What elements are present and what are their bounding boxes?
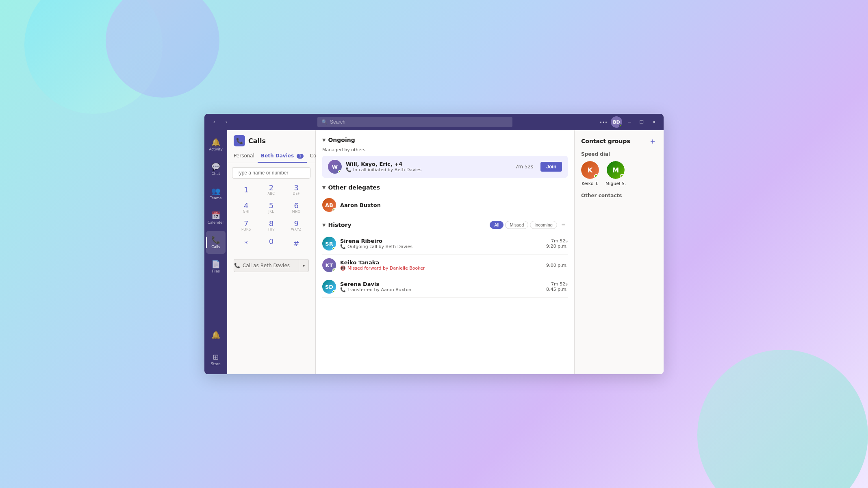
history-meta-serena: 7m 52s 8:45 p.m. bbox=[546, 281, 568, 292]
app-body: 🔔 Activity 💬 Chat 👥 Teams 📅 Calender 📞 C… bbox=[204, 130, 664, 374]
delegate-avatar-aaron: AB bbox=[322, 198, 336, 212]
history-info-serena: Serena Davis 📞 Transferred by Aaron Buxt… bbox=[340, 281, 542, 292]
sidebar-item-calls[interactable]: 📞 Calls bbox=[206, 231, 226, 254]
history-item-serena[interactable]: SD Serena Davis 📞 Transferred by Aaron B… bbox=[322, 276, 568, 298]
history-item-sirena[interactable]: SR Sirena Ribeiro 📞 Outgoing call by Bet… bbox=[322, 233, 568, 255]
serena-presence-dot bbox=[332, 290, 336, 294]
files-icon: 📄 bbox=[211, 261, 220, 268]
search-input[interactable] bbox=[330, 119, 508, 125]
tab-beth-badge: 1 bbox=[297, 154, 303, 159]
history-sub-sirena: 📞 Outgoing call by Beth Davies bbox=[340, 244, 542, 249]
join-button[interactable]: Join bbox=[540, 162, 562, 172]
sidebar-label-calls: Calls bbox=[211, 245, 220, 249]
call-as-button[interactable]: 📞 Call as Beth Davies ▾ bbox=[234, 259, 309, 272]
contact-groups-header: Contact groups + bbox=[581, 137, 657, 146]
dial-key-star[interactable]: * bbox=[234, 235, 259, 253]
ongoing-title: Ongoing bbox=[328, 137, 355, 143]
speed-dial-grid: K Keiko T. M Miguel S. bbox=[581, 161, 657, 186]
sd-avatar-miguel: M bbox=[607, 161, 625, 179]
history-avatar-serena: SD bbox=[322, 280, 336, 294]
tab-beth-label: Beth Davies bbox=[261, 153, 294, 159]
dial-key-4[interactable]: 4GHI bbox=[234, 199, 259, 217]
history-meta-sirena: 7m 52s 9:20 p.m. bbox=[546, 238, 568, 249]
filter-options-icon[interactable]: ≡ bbox=[559, 221, 568, 229]
activity-icon: 🔔 bbox=[211, 139, 220, 146]
sidebar-item-store[interactable]: ⊞ Store bbox=[206, 348, 226, 371]
filter-all[interactable]: All bbox=[490, 221, 503, 229]
sidebar-item-activity[interactable]: 🔔 Activity bbox=[206, 133, 226, 156]
filter-incoming[interactable]: Incoming bbox=[530, 221, 557, 229]
avatar[interactable]: BD bbox=[611, 116, 622, 128]
calls-header-title: Calls bbox=[248, 137, 266, 145]
ongoing-section-header: ▼ Ongoing bbox=[322, 137, 568, 143]
delegate-name-aaron: Aaron Buxton bbox=[340, 202, 381, 208]
forward-button[interactable]: › bbox=[221, 117, 231, 127]
sidebar-label-chat: Chat bbox=[211, 172, 220, 176]
dial-key-7[interactable]: 7PQRS bbox=[234, 217, 259, 235]
dial-key-2[interactable]: 2ABC bbox=[259, 181, 284, 199]
sd-name-miguel: Miguel S. bbox=[605, 181, 626, 186]
sidebar-item-chat[interactable]: 💬 Chat bbox=[206, 158, 226, 181]
sidebar-item-notifications[interactable]: 🔔 bbox=[206, 324, 226, 346]
calls-header-icon: 📞 bbox=[234, 135, 245, 146]
sirena-duration: 7m 52s bbox=[546, 238, 568, 244]
dial-key-5[interactable]: 5JKL bbox=[259, 199, 284, 217]
delegate-item-aaron[interactable]: AB Aaron Buxton bbox=[322, 195, 568, 215]
ongoing-avatar: W bbox=[328, 160, 342, 174]
history-item-keiko[interactable]: KT Keiko Tanaka 📵 Missed forward by Dani… bbox=[322, 255, 568, 276]
dial-key-6[interactable]: 6MNO bbox=[284, 199, 309, 217]
call-phone-icon: 📞 bbox=[234, 263, 240, 268]
close-button[interactable]: ✕ bbox=[649, 117, 659, 127]
dial-key-9[interactable]: 9WXYZ bbox=[284, 217, 309, 235]
ongoing-toggle[interactable]: ▼ bbox=[322, 137, 326, 143]
app-window: ‹ › 🔍 ••• BD ─ ❐ ✕ 🔔 Activity 💬 bbox=[204, 114, 664, 374]
history-name-serena: Serena Davis bbox=[340, 281, 542, 287]
other-delegates-header: ▼ Other delegates bbox=[322, 184, 568, 191]
search-bar[interactable]: 🔍 bbox=[317, 117, 512, 127]
delegate-presence-dot bbox=[332, 208, 336, 212]
tabs-row: Personal Beth Davies 1 Contacts bbox=[227, 150, 315, 163]
speed-dial-keiko[interactable]: K Keiko T. bbox=[581, 161, 599, 186]
ongoing-call-card[interactable]: W Will, Kayo, Eric, +4 📞 In call initiat… bbox=[322, 156, 568, 178]
maximize-button[interactable]: ❐ bbox=[637, 117, 647, 127]
dial-key-0[interactable]: 0· bbox=[259, 235, 284, 253]
add-contact-group-button[interactable]: + bbox=[648, 137, 657, 146]
ongoing-call-names: Will, Kayo, Eric, +4 bbox=[346, 161, 511, 167]
dial-key-hash[interactable]: # bbox=[284, 235, 309, 253]
minimize-button[interactable]: ─ bbox=[625, 117, 634, 127]
sidebar-label-store: Store bbox=[211, 362, 221, 366]
sd-dot-keiko bbox=[594, 174, 599, 179]
dial-key-1[interactable]: 1 bbox=[234, 181, 259, 199]
call-as-dropdown-arrow[interactable]: ▾ bbox=[299, 259, 308, 272]
history-toggle[interactable]: ▼ bbox=[322, 222, 326, 228]
history-filters: All Missed Incoming ≡ bbox=[490, 221, 568, 229]
tab-beth[interactable]: Beth Davies 1 bbox=[258, 150, 306, 163]
history-sub-serena: 📞 Transferred by Aaron Buxton bbox=[340, 287, 542, 292]
sidebar-label-teams: Teams bbox=[210, 196, 221, 200]
delegates-toggle[interactable]: ▼ bbox=[322, 185, 326, 190]
ongoing-call-sub: 📞 In call initiated by Beth Davies bbox=[346, 167, 511, 172]
speed-dial-miguel[interactable]: M Miguel S. bbox=[605, 161, 626, 186]
back-button[interactable]: ‹ bbox=[209, 117, 219, 127]
more-button[interactable]: ••• bbox=[599, 117, 608, 127]
sidebar-item-teams[interactable]: 👥 Teams bbox=[206, 182, 226, 205]
calendar-icon: 📅 bbox=[211, 212, 220, 219]
contact-groups-title: Contact groups bbox=[581, 138, 630, 144]
ongoing-call-duration: 7m 52s bbox=[515, 164, 534, 170]
keiko-presence-dot bbox=[332, 268, 336, 272]
history-info-keiko: Keiko Tanaka 📵 Missed forward by Daniell… bbox=[340, 259, 542, 271]
managed-by-label: Managed by others bbox=[322, 147, 568, 152]
name-number-input[interactable] bbox=[232, 167, 310, 179]
filter-missed[interactable]: Missed bbox=[505, 221, 528, 229]
sidebar-item-calendar[interactable]: 📅 Calender bbox=[206, 207, 226, 229]
delegates-title: Other delegates bbox=[328, 184, 380, 191]
store-icon: ⊞ bbox=[213, 353, 219, 361]
other-contacts-title: Other contacts bbox=[581, 193, 657, 198]
tab-personal[interactable]: Personal bbox=[230, 150, 258, 163]
history-avatar-keiko: KT bbox=[322, 258, 336, 272]
dial-key-3[interactable]: 3DEF bbox=[284, 181, 309, 199]
history-name-keiko: Keiko Tanaka bbox=[340, 259, 542, 266]
dial-key-8[interactable]: 8TUV bbox=[259, 217, 284, 235]
sidebar-label-activity: Activity bbox=[209, 147, 223, 151]
sidebar-item-files[interactable]: 📄 Files bbox=[206, 255, 226, 278]
